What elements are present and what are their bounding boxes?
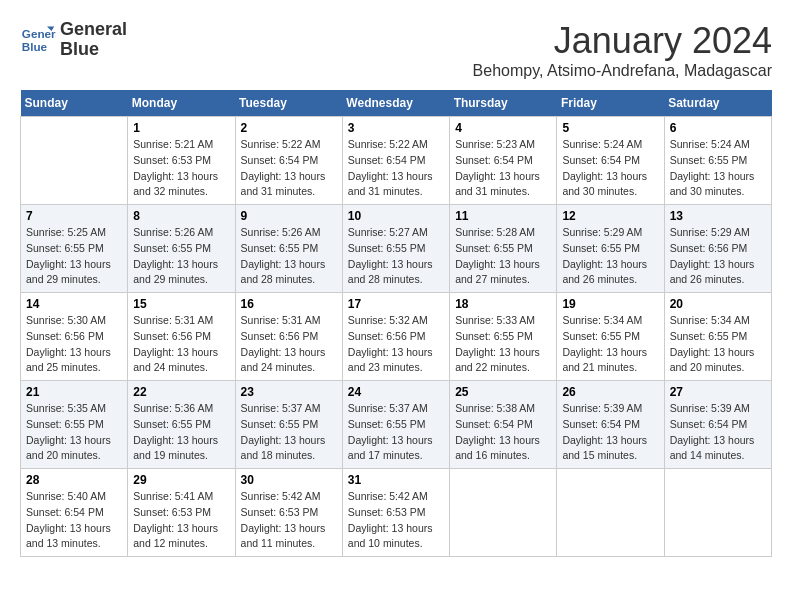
calendar-cell: 13Sunrise: 5:29 AMSunset: 6:56 PMDayligh… (664, 205, 771, 293)
calendar-body: 1Sunrise: 5:21 AMSunset: 6:53 PMDaylight… (21, 117, 772, 557)
logo-line2: Blue (60, 40, 127, 60)
day-number: 15 (133, 297, 229, 311)
calendar-cell: 11Sunrise: 5:28 AMSunset: 6:55 PMDayligh… (450, 205, 557, 293)
day-info: Sunrise: 5:35 AMSunset: 6:55 PMDaylight:… (26, 401, 122, 464)
day-number: 25 (455, 385, 551, 399)
day-info: Sunrise: 5:28 AMSunset: 6:55 PMDaylight:… (455, 225, 551, 288)
calendar-cell: 2Sunrise: 5:22 AMSunset: 6:54 PMDaylight… (235, 117, 342, 205)
logo-text: General Blue (60, 20, 127, 60)
weekday-sunday: Sunday (21, 90, 128, 117)
calendar-cell (557, 469, 664, 557)
day-info: Sunrise: 5:40 AMSunset: 6:54 PMDaylight:… (26, 489, 122, 552)
calendar-cell: 9Sunrise: 5:26 AMSunset: 6:55 PMDaylight… (235, 205, 342, 293)
calendar-cell: 27Sunrise: 5:39 AMSunset: 6:54 PMDayligh… (664, 381, 771, 469)
week-row-5: 28Sunrise: 5:40 AMSunset: 6:54 PMDayligh… (21, 469, 772, 557)
calendar-cell: 21Sunrise: 5:35 AMSunset: 6:55 PMDayligh… (21, 381, 128, 469)
calendar-cell: 6Sunrise: 5:24 AMSunset: 6:55 PMDaylight… (664, 117, 771, 205)
day-number: 10 (348, 209, 444, 223)
day-info: Sunrise: 5:30 AMSunset: 6:56 PMDaylight:… (26, 313, 122, 376)
day-number: 4 (455, 121, 551, 135)
calendar-cell: 7Sunrise: 5:25 AMSunset: 6:55 PMDaylight… (21, 205, 128, 293)
calendar-cell: 17Sunrise: 5:32 AMSunset: 6:56 PMDayligh… (342, 293, 449, 381)
calendar-cell: 20Sunrise: 5:34 AMSunset: 6:55 PMDayligh… (664, 293, 771, 381)
calendar-table: SundayMondayTuesdayWednesdayThursdayFrid… (20, 90, 772, 557)
calendar-cell: 15Sunrise: 5:31 AMSunset: 6:56 PMDayligh… (128, 293, 235, 381)
calendar-cell: 1Sunrise: 5:21 AMSunset: 6:53 PMDaylight… (128, 117, 235, 205)
day-info: Sunrise: 5:39 AMSunset: 6:54 PMDaylight:… (670, 401, 766, 464)
day-number: 12 (562, 209, 658, 223)
day-info: Sunrise: 5:26 AMSunset: 6:55 PMDaylight:… (133, 225, 229, 288)
calendar-cell: 5Sunrise: 5:24 AMSunset: 6:54 PMDaylight… (557, 117, 664, 205)
day-number: 3 (348, 121, 444, 135)
calendar-cell: 30Sunrise: 5:42 AMSunset: 6:53 PMDayligh… (235, 469, 342, 557)
week-row-1: 1Sunrise: 5:21 AMSunset: 6:53 PMDaylight… (21, 117, 772, 205)
header: General Blue General Blue January 2024 B… (20, 20, 772, 80)
day-info: Sunrise: 5:36 AMSunset: 6:55 PMDaylight:… (133, 401, 229, 464)
day-number: 17 (348, 297, 444, 311)
day-number: 16 (241, 297, 337, 311)
day-number: 23 (241, 385, 337, 399)
calendar-cell: 19Sunrise: 5:34 AMSunset: 6:55 PMDayligh… (557, 293, 664, 381)
title-area: January 2024 Behompy, Atsimo-Andrefana, … (473, 20, 772, 80)
day-number: 29 (133, 473, 229, 487)
calendar-cell: 22Sunrise: 5:36 AMSunset: 6:55 PMDayligh… (128, 381, 235, 469)
day-info: Sunrise: 5:42 AMSunset: 6:53 PMDaylight:… (241, 489, 337, 552)
calendar-cell: 26Sunrise: 5:39 AMSunset: 6:54 PMDayligh… (557, 381, 664, 469)
day-number: 20 (670, 297, 766, 311)
day-info: Sunrise: 5:41 AMSunset: 6:53 PMDaylight:… (133, 489, 229, 552)
day-info: Sunrise: 5:27 AMSunset: 6:55 PMDaylight:… (348, 225, 444, 288)
day-info: Sunrise: 5:37 AMSunset: 6:55 PMDaylight:… (241, 401, 337, 464)
day-info: Sunrise: 5:22 AMSunset: 6:54 PMDaylight:… (241, 137, 337, 200)
logo-icon: General Blue (20, 22, 56, 58)
week-row-4: 21Sunrise: 5:35 AMSunset: 6:55 PMDayligh… (21, 381, 772, 469)
day-number: 13 (670, 209, 766, 223)
day-info: Sunrise: 5:39 AMSunset: 6:54 PMDaylight:… (562, 401, 658, 464)
day-number: 5 (562, 121, 658, 135)
weekday-tuesday: Tuesday (235, 90, 342, 117)
day-number: 8 (133, 209, 229, 223)
day-info: Sunrise: 5:31 AMSunset: 6:56 PMDaylight:… (133, 313, 229, 376)
day-number: 19 (562, 297, 658, 311)
calendar-cell: 16Sunrise: 5:31 AMSunset: 6:56 PMDayligh… (235, 293, 342, 381)
weekday-thursday: Thursday (450, 90, 557, 117)
calendar-cell: 31Sunrise: 5:42 AMSunset: 6:53 PMDayligh… (342, 469, 449, 557)
calendar-cell: 28Sunrise: 5:40 AMSunset: 6:54 PMDayligh… (21, 469, 128, 557)
day-number: 24 (348, 385, 444, 399)
day-info: Sunrise: 5:21 AMSunset: 6:53 PMDaylight:… (133, 137, 229, 200)
calendar-cell: 24Sunrise: 5:37 AMSunset: 6:55 PMDayligh… (342, 381, 449, 469)
day-number: 28 (26, 473, 122, 487)
day-info: Sunrise: 5:37 AMSunset: 6:55 PMDaylight:… (348, 401, 444, 464)
calendar-cell: 25Sunrise: 5:38 AMSunset: 6:54 PMDayligh… (450, 381, 557, 469)
day-number: 21 (26, 385, 122, 399)
day-info: Sunrise: 5:34 AMSunset: 6:55 PMDaylight:… (562, 313, 658, 376)
day-number: 26 (562, 385, 658, 399)
logo: General Blue General Blue (20, 20, 127, 60)
day-info: Sunrise: 5:38 AMSunset: 6:54 PMDaylight:… (455, 401, 551, 464)
day-info: Sunrise: 5:24 AMSunset: 6:54 PMDaylight:… (562, 137, 658, 200)
day-info: Sunrise: 5:42 AMSunset: 6:53 PMDaylight:… (348, 489, 444, 552)
day-info: Sunrise: 5:32 AMSunset: 6:56 PMDaylight:… (348, 313, 444, 376)
calendar-cell: 23Sunrise: 5:37 AMSunset: 6:55 PMDayligh… (235, 381, 342, 469)
day-number: 30 (241, 473, 337, 487)
svg-text:Blue: Blue (22, 40, 48, 53)
weekday-wednesday: Wednesday (342, 90, 449, 117)
day-number: 27 (670, 385, 766, 399)
calendar-cell: 12Sunrise: 5:29 AMSunset: 6:55 PMDayligh… (557, 205, 664, 293)
calendar-cell (450, 469, 557, 557)
day-info: Sunrise: 5:31 AMSunset: 6:56 PMDaylight:… (241, 313, 337, 376)
month-title: January 2024 (473, 20, 772, 62)
day-number: 14 (26, 297, 122, 311)
day-info: Sunrise: 5:25 AMSunset: 6:55 PMDaylight:… (26, 225, 122, 288)
day-number: 22 (133, 385, 229, 399)
day-info: Sunrise: 5:23 AMSunset: 6:54 PMDaylight:… (455, 137, 551, 200)
weekday-header-row: SundayMondayTuesdayWednesdayThursdayFrid… (21, 90, 772, 117)
day-info: Sunrise: 5:29 AMSunset: 6:55 PMDaylight:… (562, 225, 658, 288)
day-info: Sunrise: 5:26 AMSunset: 6:55 PMDaylight:… (241, 225, 337, 288)
logo-line1: General (60, 20, 127, 40)
calendar-cell: 4Sunrise: 5:23 AMSunset: 6:54 PMDaylight… (450, 117, 557, 205)
day-info: Sunrise: 5:33 AMSunset: 6:55 PMDaylight:… (455, 313, 551, 376)
day-info: Sunrise: 5:24 AMSunset: 6:55 PMDaylight:… (670, 137, 766, 200)
calendar-cell (21, 117, 128, 205)
day-number: 1 (133, 121, 229, 135)
day-number: 11 (455, 209, 551, 223)
